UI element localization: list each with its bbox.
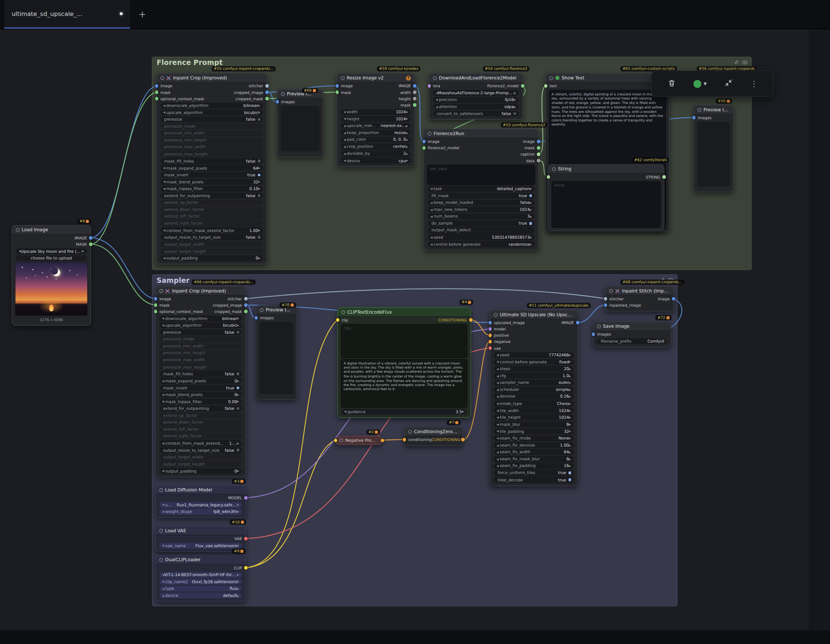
inpaint-crop-node-florence-header[interactable]: Inpaint Crop (Improved) bbox=[157, 73, 267, 82]
combo-right-arrow[interactable]: ▶ bbox=[258, 104, 260, 107]
combo-left-arrow[interactable]: ◀ bbox=[163, 187, 165, 190]
output-slot-dot[interactable] bbox=[537, 140, 540, 143]
inpaint-crop-node-florence-widget-output_padding[interactable]: ◀output_padding0▶ bbox=[160, 255, 263, 261]
ultimate-sd-upscale-node-widget-seam_fix_denoise[interactable]: ◀seam_fix_denoise1.00▶ bbox=[494, 442, 573, 448]
conditioning-zero-out-node-header[interactable]: ConditioningZeroOut bbox=[404, 427, 463, 436]
combo-left-arrow[interactable]: ◀ bbox=[431, 187, 432, 190]
input-slot-dot[interactable] bbox=[591, 333, 595, 336]
combo-right-arrow[interactable]: ▶ bbox=[258, 257, 260, 260]
combo-left-arrow[interactable]: ◀ bbox=[163, 104, 165, 107]
ultimate-sd-upscale-node-widget-denoise[interactable]: ◀denoise0.26▶ bbox=[494, 393, 573, 400]
combo-left-arrow[interactable]: ◀ bbox=[162, 379, 165, 383]
preview-image-node-3[interactable]: Preview I...images bbox=[256, 305, 297, 400]
negative-prompt-node-header[interactable]: Negative Prompt bbox=[336, 436, 382, 444]
combo-right-arrow[interactable]: ▶ bbox=[569, 374, 571, 378]
combo-right-arrow[interactable]: ▶ bbox=[569, 354, 571, 357]
ultimate-sd-upscale-node-widget-seam_fix_mask_blur[interactable]: ◀seam_fix_mask_blur8▶ bbox=[494, 456, 573, 462]
combo-left-arrow[interactable]: ◀ bbox=[162, 324, 165, 327]
combo-left-arrow[interactable]: ◀ bbox=[344, 131, 346, 134]
combo-right-arrow[interactable]: ▶ bbox=[569, 381, 571, 385]
conditioning-zero-out-node[interactable]: ConditioningZeroOutconditioningCONDITION… bbox=[404, 427, 463, 446]
combo-left-arrow[interactable]: ◀ bbox=[344, 152, 346, 155]
inpaint-crop-node-florence-widget-mask_blend_pixels[interactable]: ◀mask_blend_pixels32▶ bbox=[160, 179, 263, 185]
florence2-model-loader-node-header[interactable]: DownloadAndLoadFlorence2Model bbox=[429, 73, 523, 82]
collapse-button[interactable] bbox=[722, 77, 735, 90]
combo-right-arrow[interactable]: ▶ bbox=[258, 166, 260, 170]
combo-left-arrow[interactable]: ◀ bbox=[344, 159, 346, 162]
output-slot-dot[interactable] bbox=[413, 84, 416, 87]
resize-image-node-widget-height[interactable]: ◀height1024▶ bbox=[341, 116, 411, 122]
output-slot-dot[interactable] bbox=[244, 309, 247, 313]
resize-image-node-widget-width[interactable]: ◀width1024▶ bbox=[341, 109, 411, 115]
string-literal-node[interactable]: StringSTRINGstring bbox=[548, 164, 665, 231]
string-literal-node-header[interactable]: String bbox=[548, 165, 664, 174]
florence2run-node-widget-task[interactable]: ◀taskdetailed_caption▶ bbox=[428, 186, 535, 192]
combo-left-arrow[interactable]: ◀ bbox=[162, 510, 165, 513]
combo-left-arrow[interactable]: ◀ bbox=[162, 470, 165, 473]
clip-text-encode-flux-node-widget-guidance[interactable]: ◀guidance3.5▶ bbox=[341, 409, 467, 415]
input-slot-dot[interactable] bbox=[154, 309, 157, 313]
output-slot-dot[interactable] bbox=[265, 84, 269, 87]
combo-left-arrow[interactable]: ◀ bbox=[162, 442, 165, 445]
help-icon[interactable]: ? bbox=[406, 75, 411, 80]
combo-left-arrow[interactable]: ◀ bbox=[496, 436, 499, 440]
input-slot-dot[interactable] bbox=[544, 84, 547, 87]
combo-right-arrow[interactable]: ▶ bbox=[569, 423, 571, 426]
combo-left-arrow[interactable]: ◀ bbox=[431, 208, 432, 211]
ultimate-sd-upscale-node-widget-scheduler[interactable]: ◀schedulersimple▶ bbox=[494, 387, 573, 393]
inpaint-crop-node-sampler-widget-mask_hipass_filter[interactable]: ◀mask_hipass_filter0.00▶ bbox=[159, 399, 242, 404]
combo-left-arrow[interactable]: ◀ bbox=[431, 201, 432, 204]
combo-right-arrow[interactable]: ▶ bbox=[569, 395, 571, 398]
ultimate-sd-upscale-node-widget-tiled_decode[interactable]: tiled_decodetrue bbox=[494, 477, 573, 482]
output-slot-dot[interactable] bbox=[672, 297, 675, 300]
combo-right-arrow[interactable]: ▶ bbox=[569, 450, 571, 454]
inpaint-crop-node-florence-widget-upscale_algorithm[interactable]: ◀upscale_algorithmbicubic▶ bbox=[160, 109, 263, 116]
ultimate-sd-upscale-node-widget-control before generate[interactable]: ◀control before generatefixed▶ bbox=[494, 359, 573, 365]
florence2run-node-widget-num_beams[interactable]: ◀num_beams3▶ bbox=[428, 213, 535, 219]
ultimate-sd-upscale-node-widget-mask_blur[interactable]: ◀mask_blur8▶ bbox=[494, 421, 573, 427]
output-slot-dot[interactable] bbox=[413, 90, 416, 94]
combo-left-arrow[interactable]: ◀ bbox=[496, 360, 499, 364]
florence2run-node-widget-seed[interactable]: ◀seed530314788028573▶ bbox=[428, 234, 535, 240]
inpaint-crop-node-florence-widget-output_resize_to_target_size[interactable]: output_resize_to_target_sizefalse bbox=[160, 234, 263, 240]
florence2-model-loader-node-widget-precision[interactable]: ◀precisionfp16▶ bbox=[433, 97, 519, 103]
input-slot-dot[interactable] bbox=[692, 116, 695, 119]
combo-left-arrow[interactable]: ◀ bbox=[436, 105, 438, 108]
ultimate-sd-upscale-node-widget-seam_fix_padding[interactable]: ◀seam_fix_padding16▶ bbox=[494, 463, 573, 469]
combo-right-arrow[interactable]: ▶ bbox=[569, 430, 571, 433]
combo-left-arrow[interactable]: ◀ bbox=[162, 594, 165, 597]
ultimate-sd-upscale-node-widget-force_uniform_tiles[interactable]: force_uniform_tilestrue bbox=[494, 470, 573, 476]
dual-clip-loader-node[interactable]: DualCLIPLoaderCLIP◀ViT-L-14-BEST-smooth-… bbox=[155, 555, 246, 602]
inpaint-crop-node-florence-widget-mask_expand_pixels[interactable]: ◀mask_expand_pixels64▶ bbox=[160, 165, 263, 171]
inpaint-crop-node-florence-widget-mask_fill_holes[interactable]: mask_fill_holesfalse bbox=[160, 158, 263, 164]
resize-image-node-widget-device[interactable]: ◀devicecpu▶ bbox=[341, 157, 411, 163]
inpaint-crop-node-sampler-widget-upscale_algorithm[interactable]: ◀upscale_algorithmbicubic▶ bbox=[159, 322, 242, 328]
combo-left-arrow[interactable]: ◀ bbox=[344, 410, 346, 414]
input-slot-dot[interactable] bbox=[336, 90, 339, 94]
florence2run-node-textarea-text_input[interactable]: text_input bbox=[427, 165, 535, 185]
combo-right-arrow[interactable]: ▶ bbox=[82, 249, 84, 253]
combo-right-arrow[interactable]: ▶ bbox=[530, 243, 532, 246]
resize-image-node[interactable]: Resize Image v2?imageIMAGEmaskwidthheigh… bbox=[337, 73, 415, 167]
combo-right-arrow[interactable]: ▶ bbox=[237, 400, 239, 403]
florence2run-node-widget-control before generate[interactable]: ◀control before generaterandomize▶ bbox=[428, 241, 535, 247]
ultimate-sd-upscale-node-widget-cfg[interactable]: ◀cfg1.0▶ bbox=[494, 373, 573, 379]
inpaint-crop-node-sampler-widget-preresize[interactable]: preresizefalse bbox=[159, 329, 242, 335]
toggle-dot[interactable] bbox=[258, 118, 260, 121]
combo-left-arrow[interactable]: ◀ bbox=[431, 236, 432, 239]
combo-right-arrow[interactable]: ▶ bbox=[569, 464, 571, 468]
inpaint-crop-node-florence-widget-context_from_mask_extend_factor[interactable]: ◀context_from_mask_extend_factor1.00▶ bbox=[160, 227, 263, 233]
combo-right-arrow[interactable]: ▶ bbox=[406, 138, 408, 141]
input-slot-dot[interactable] bbox=[488, 333, 492, 337]
combo-right-arrow[interactable]: ▶ bbox=[514, 91, 516, 95]
workflow-tab[interactable]: ultimate_sd_upscale_... bbox=[4, 0, 130, 29]
output-slot-dot[interactable] bbox=[244, 566, 247, 569]
combo-right-arrow[interactable]: ▶ bbox=[569, 444, 571, 447]
input-slot-dot[interactable] bbox=[422, 140, 426, 143]
negative-prompt-node[interactable]: Negative Prompt bbox=[335, 436, 383, 445]
toggle-dot[interactable] bbox=[513, 112, 516, 115]
combo-right-arrow[interactable]: ▶ bbox=[237, 503, 239, 507]
output-slot-dot[interactable] bbox=[413, 103, 416, 106]
combo-left-arrow[interactable]: ◀ bbox=[163, 257, 165, 260]
combo-left-arrow[interactable]: ◀ bbox=[496, 374, 499, 378]
